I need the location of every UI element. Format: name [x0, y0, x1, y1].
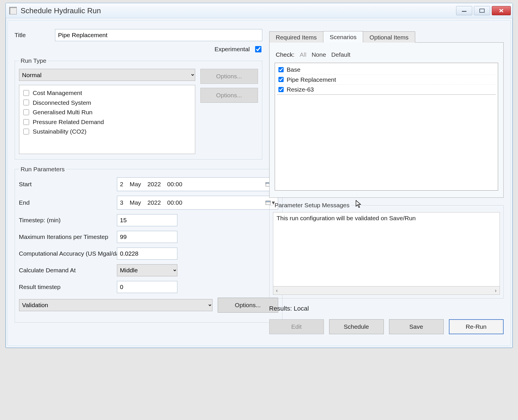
- check-label: Check:: [276, 51, 295, 58]
- results-bar: Edit Schedule Save Re-Run: [269, 319, 504, 334]
- results-label: Results: Local: [269, 305, 504, 312]
- check-all[interactable]: All: [300, 51, 306, 58]
- title-input[interactable]: [55, 29, 262, 41]
- flag-label: Disconnected System: [33, 98, 91, 108]
- messages-text: This run configuration will be validated…: [277, 215, 496, 222]
- timestep-input[interactable]: [117, 214, 177, 226]
- title-label: Title: [15, 32, 49, 39]
- maxiter-input[interactable]: [117, 231, 177, 243]
- minimize-button[interactable]: [456, 6, 472, 15]
- run-type-select[interactable]: Normal: [19, 69, 195, 81]
- messages-scrollbar[interactable]: ‹ ›: [273, 286, 500, 295]
- scenario-checkbox[interactable]: [278, 87, 284, 92]
- maximize-button[interactable]: [474, 6, 490, 15]
- messages-legend: Parameter Setup Messages: [273, 202, 351, 209]
- save-button[interactable]: Save: [389, 319, 444, 334]
- rerun-button[interactable]: Re-Run: [449, 319, 504, 334]
- flag-label: Cost Management: [33, 88, 82, 98]
- flag-pressure-related-demand[interactable]: [23, 119, 29, 125]
- run-type-options-2: Options...: [200, 88, 258, 103]
- flag-sustainability-co2[interactable]: [23, 129, 29, 134]
- edit-button: Edit: [269, 319, 324, 334]
- result-timestep-label: Result timestep: [19, 284, 114, 290]
- validation-select[interactable]: Validation: [19, 299, 212, 311]
- flag-label: Sustainability (CO2): [33, 127, 87, 136]
- end-label: End: [19, 199, 114, 206]
- start-datetime[interactable]: 2 May 2022 00:00 ▾: [117, 177, 278, 191]
- scenario-list[interactable]: Base Pipe Replacement Resize-63: [275, 63, 498, 191]
- flag-disconnected-system[interactable]: [23, 100, 29, 105]
- tab-body-scenarios: Check: All None Default Base Pipe Replac…: [269, 43, 504, 198]
- experimental-checkbox[interactable]: [255, 46, 261, 52]
- client-area: Title Experimental Run Type Normal: [7, 20, 511, 346]
- accuracy-input[interactable]: [117, 248, 177, 260]
- svg-rect-1: [480, 9, 484, 12]
- messages-box: This run configuration will be validated…: [273, 212, 500, 286]
- run-type-legend: Run Type: [19, 57, 48, 64]
- scenario-checkbox[interactable]: [278, 67, 284, 72]
- run-type-flags: Cost Management Disconnected System Gene…: [19, 85, 195, 154]
- tab-required-items[interactable]: Required Items: [269, 31, 323, 43]
- flag-label: Pressure Related Demand: [33, 117, 104, 127]
- calc-demand-label: Calculate Demand At: [19, 267, 114, 274]
- messages-group: Parameter Setup Messages This run config…: [269, 202, 504, 299]
- scenario-checkbox[interactable]: [278, 77, 284, 82]
- calc-demand-select[interactable]: Middle: [117, 264, 177, 276]
- start-label: Start: [19, 181, 114, 188]
- check-default[interactable]: Default: [331, 51, 350, 58]
- timestep-label: Timestep: (min): [19, 217, 114, 224]
- scenario-label: Pipe Replacement: [287, 75, 336, 85]
- run-parameters-legend: Run Parameters: [19, 166, 67, 173]
- run-type-options-1: Options...: [200, 69, 258, 84]
- experimental-label: Experimental: [215, 46, 250, 53]
- run-type-group: Run Type Normal Cost Management Disconne…: [15, 57, 262, 159]
- tab-scenarios[interactable]: Scenarios: [323, 31, 363, 43]
- close-button[interactable]: [492, 6, 511, 15]
- scroll-left-icon[interactable]: ‹: [276, 288, 278, 294]
- titlebar: Schedule Hydraulic Run: [6, 3, 513, 18]
- window-title: Schedule Hydraulic Run: [21, 6, 456, 15]
- scroll-right-icon[interactable]: ›: [495, 288, 497, 294]
- tab-optional-items[interactable]: Optional Items: [363, 31, 415, 43]
- scenario-label: Base: [287, 65, 301, 75]
- check-none[interactable]: None: [312, 51, 326, 58]
- scenario-label: Resize-63: [287, 85, 314, 94]
- flag-generalised-multi-run[interactable]: [23, 109, 29, 115]
- schedule-button[interactable]: Schedule: [329, 319, 384, 334]
- run-parameters-group: Run Parameters Start 2 May 2022 00:00: [15, 166, 282, 323]
- end-datetime[interactable]: 3 May 2022 00:00 ▾: [117, 196, 278, 210]
- window-controls: [456, 6, 511, 15]
- dialog-window: Schedule Hydraulic Run Title Ex: [5, 3, 513, 348]
- svg-rect-0: [462, 11, 466, 12]
- flag-label: Generalised Multi Run: [33, 107, 93, 117]
- flag-cost-management[interactable]: [23, 90, 29, 96]
- tabs: Required Items Scenarios Optional Items: [269, 29, 504, 43]
- app-icon: [9, 7, 17, 14]
- result-timestep-input[interactable]: [117, 281, 177, 293]
